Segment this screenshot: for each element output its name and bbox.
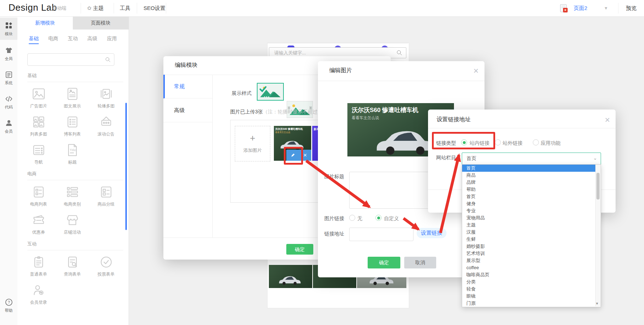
- dropdown-option[interactable]: 分类: [462, 278, 601, 286]
- module-normal-form[interactable]: 普通表单: [22, 252, 55, 280]
- close-icon[interactable]: ✕: [605, 116, 610, 124]
- module-search-input[interactable]: [31, 54, 104, 65]
- tab-page-modules[interactable]: 页面模块: [73, 16, 129, 30]
- add-image-button[interactable]: + 添加图片: [235, 126, 270, 161]
- modules-icon: [5, 21, 13, 30]
- divider: [27, 180, 123, 180]
- dropdown-option[interactable]: 汉服: [462, 229, 601, 236]
- category-tabs: 基础 电商 互动 高级 应用: [29, 36, 117, 44]
- module-image-text[interactable]: 图文展示: [55, 84, 89, 112]
- module-blog-list[interactable]: 博客列表: [55, 112, 89, 140]
- global-icon: [5, 46, 13, 55]
- radio-link-none[interactable]: [349, 215, 355, 221]
- plus-icon: +: [235, 133, 270, 144]
- module-ad-image[interactable]: 广告图片: [22, 84, 55, 112]
- svg-text:?: ?: [8, 300, 10, 304]
- module-scroll-notice[interactable]: 滚动公告: [89, 112, 123, 140]
- radio-external-link[interactable]: [495, 139, 501, 145]
- scroll-down-icon[interactable]: ▾: [596, 301, 598, 306]
- link-address-input[interactable]: [349, 228, 413, 241]
- set-link-button[interactable]: 设置链接: [417, 228, 447, 238]
- radio-link-none-label: 无: [357, 215, 362, 222]
- dropdown-option[interactable]: 咖啡商品页: [462, 271, 601, 278]
- module-list: 基础 广告图片 图文展示 轮播多图 列表多图 博客列表 滚动公告 导航 标题 电…: [22, 70, 125, 325]
- cat-ecommerce[interactable]: 电商: [48, 36, 58, 44]
- dropdown-option[interactable]: 展示型: [462, 257, 601, 264]
- dropdown-option[interactable]: 首页: [462, 165, 601, 172]
- panel-scrollbar[interactable]: [125, 103, 127, 230]
- dropdown-option[interactable]: 专业: [462, 207, 601, 214]
- dropdown-option[interactable]: 帮助: [462, 186, 601, 193]
- divider: [318, 81, 485, 81]
- cat-basic[interactable]: 基础: [29, 36, 39, 44]
- dropdown-option[interactable]: 主题: [462, 222, 601, 229]
- display-style-label: 展示样式: [232, 90, 251, 97]
- confirm-button[interactable]: 确定: [286, 244, 313, 255]
- dropdown-option[interactable]: 宠物用品: [462, 214, 601, 222]
- dropdown-option[interactable]: 品牌: [462, 179, 601, 186]
- module-multi-image-list[interactable]: 列表多图: [22, 112, 55, 140]
- dropdown-option[interactable]: 健身: [462, 200, 601, 207]
- module-product-group[interactable]: 商品分组: [89, 182, 123, 210]
- device-switch[interactable]: ▯ 移动端: [49, 0, 66, 16]
- preview-image[interactable]: [269, 265, 312, 288]
- rail-item-help[interactable]: ? 帮助: [0, 294, 17, 316]
- page-selector[interactable]: 页面2: [574, 0, 587, 16]
- modal-tab-column: 常规 高级: [163, 75, 213, 238]
- module-query-form[interactable]: 查询表单: [55, 252, 89, 280]
- module-coupon[interactable]: 优惠券: [22, 210, 55, 238]
- rail-item-system[interactable]: 系统: [0, 67, 17, 89]
- dropdown-scrollbar[interactable]: ▾: [595, 165, 601, 306]
- scrollbar-thumb[interactable]: [596, 173, 600, 199]
- confirm-button[interactable]: 确定: [368, 257, 400, 268]
- site-column-select[interactable]: 首页 ⌄: [462, 153, 601, 165]
- radio-external-label: 站外链接: [503, 140, 523, 146]
- rail-item-member[interactable]: 会员: [0, 115, 17, 137]
- cat-apps[interactable]: 应用: [107, 36, 117, 44]
- search-icon[interactable]: [105, 57, 111, 63]
- chevron-down-icon[interactable]: ▼: [604, 0, 608, 16]
- dropdown-option[interactable]: 轻食: [462, 286, 601, 293]
- dropdown-option[interactable]: 艺术培训: [462, 250, 601, 257]
- tab-advanced[interactable]: 高级: [163, 98, 212, 122]
- tab-general[interactable]: 常规: [163, 75, 212, 98]
- theme-icon: ✩: [87, 5, 92, 11]
- divider: [166, 3, 166, 14]
- module-shop-list[interactable]: 电商列表: [22, 182, 55, 210]
- dropdown-option[interactable]: 商品: [462, 172, 601, 179]
- dropdown-option[interactable]: 门票: [462, 300, 601, 307]
- dropdown-option[interactable]: 生鲜: [462, 236, 601, 243]
- cancel-button[interactable]: 取消: [404, 257, 436, 268]
- dropdown-option[interactable]: coffee: [462, 264, 601, 271]
- style-option-selected[interactable]: ●●●: [257, 83, 284, 101]
- tab-add-module[interactable]: 新增模块: [17, 16, 73, 30]
- section-title: 基础: [27, 73, 125, 79]
- rail-item-modules[interactable]: 模块: [0, 18, 17, 40]
- menu-theme[interactable]: ✩ 主题: [87, 0, 104, 16]
- module-carousel[interactable]: 轮播多图: [89, 84, 123, 112]
- annotation-rect-link-type: [432, 132, 495, 149]
- rail-item-global[interactable]: 全局: [0, 43, 17, 65]
- menu-tools[interactable]: 工具: [120, 0, 130, 16]
- menu-seo[interactable]: SEO设置: [144, 0, 166, 16]
- cat-interact[interactable]: 互动: [68, 36, 78, 44]
- radio-link-custom[interactable]: [375, 215, 381, 221]
- site-column-dropdown: 首页 商品 品牌 帮助 首页 健身 专业 宠物用品 主题 汉服 生鲜 婚纱摄影 …: [462, 164, 601, 307]
- close-icon[interactable]: ✕: [473, 67, 479, 75]
- dropdown-option[interactable]: 首页: [462, 193, 601, 200]
- module-nav[interactable]: 导航: [22, 140, 55, 168]
- module-vote-form[interactable]: 投票表单: [89, 252, 123, 280]
- image-link-label: 图片链接: [324, 215, 344, 222]
- radio-app-function[interactable]: [533, 139, 539, 145]
- rail-item-code[interactable]: 代码: [0, 91, 17, 113]
- dropdown-option[interactable]: 眼镜: [462, 293, 601, 300]
- module-title[interactable]: 标题: [55, 140, 89, 168]
- module-member-login[interactable]: 会员登录: [22, 280, 55, 308]
- delete-image-icon[interactable]: ✕: [303, 153, 307, 158]
- dropdown-option[interactable]: 婚纱摄影: [462, 243, 601, 250]
- module-shop-activity[interactable]: 店铺活动: [55, 210, 89, 238]
- module-shop-category[interactable]: 电商类别: [55, 182, 89, 210]
- divider: [27, 82, 123, 82]
- cat-advanced[interactable]: 高级: [87, 36, 97, 44]
- preview-button[interactable]: 预览: [626, 0, 637, 16]
